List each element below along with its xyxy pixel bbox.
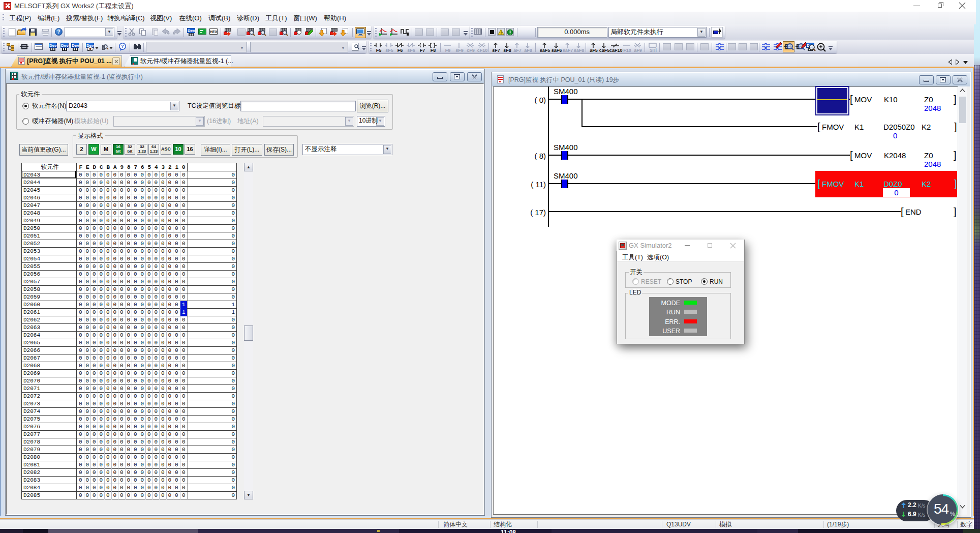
svg-text:?: ?: [121, 44, 124, 49]
